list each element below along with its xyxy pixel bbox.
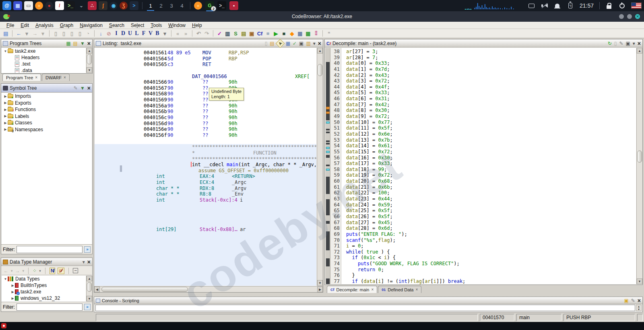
dtm-back-icon[interactable]: ← <box>4 268 8 274</box>
asm-line[interactable] <box>95 221 316 227</box>
letter-f-icon[interactable]: F <box>141 30 147 37</box>
battery-icon[interactable]: ϟ <box>567 2 574 9</box>
decompile-line[interactable]: if (0x1c < i) { <box>346 255 636 261</box>
decompile-line[interactable]: data[10] = 0x77; <box>346 120 636 126</box>
decompile-line[interactable]: data[15] = 0x72; <box>346 149 636 155</box>
nav-forward-icon[interactable]: → <box>31 30 38 37</box>
decompile-line[interactable]: data[22] = 100; <box>346 190 636 196</box>
program-tree-item--data[interactable]: .data <box>2 67 86 73</box>
validate-icon[interactable]: ✓ <box>216 30 223 37</box>
decompile-line[interactable]: return 0; <box>346 267 636 273</box>
program-tree-item-headers[interactable]: Headers <box>2 54 86 61</box>
asm-line[interactable]: 0040156790??90h <box>95 85 316 91</box>
asm-line[interactable]: 0040156148 89 e5MOVRBP,RSP <box>95 50 316 56</box>
menu-tools[interactable]: Tools <box>147 23 165 28</box>
symbol-tree-item-imports[interactable]: ▶▲Imports <box>2 93 92 100</box>
edit-pencil-icon[interactable]: ✎ <box>74 85 78 91</box>
asm-line[interactable]: char * *RDX:8_Argv <box>95 186 316 192</box>
nav-forward-caret-icon[interactable]: ▾ <box>39 30 46 37</box>
owasp-zap-icon[interactable]: Ʒ <box>120 2 128 10</box>
decompile-line[interactable]: data[28] = 0x6d; <box>346 225 636 231</box>
decompile-scrollbar[interactable]: ▲▼ <box>636 48 642 284</box>
asm-line[interactable]: int[29]Stack[-0x88]…ar <box>95 227 316 233</box>
asm-line[interactable]: intStack[-0xc]:4i <box>95 197 316 203</box>
asm-line[interactable]: ****************************************… <box>95 156 316 162</box>
symbol-tree-item-exports[interactable]: ▶Exports <box>2 100 92 107</box>
decompile-line[interactable]: data[19] = 0x72; <box>346 172 636 178</box>
undo-icon[interactable]: ↶ <box>195 30 202 37</box>
run-script-icon[interactable]: ▶ <box>272 30 279 37</box>
asm-line[interactable]: 00401565c3RET <box>95 62 316 68</box>
redpkg-window-icon[interactable]: ▪ <box>229 1 238 10</box>
letter-u-icon[interactable]: U <box>127 30 133 37</box>
diamond-tool-icon[interactable]: ◆ <box>289 30 295 37</box>
listing-view[interactable]: 0040156148 89 e5MOVRBP,RSP004015645dPOPR… <box>95 48 316 286</box>
expander-icon[interactable]: ▶ <box>3 108 8 111</box>
asm-line[interactable]: char * *R8:8_Env <box>95 191 316 197</box>
copy-icon[interactable]: ▯ <box>265 41 268 46</box>
asm-line[interactable] <box>95 209 316 215</box>
close-icon[interactable]: × <box>87 259 91 265</box>
decompile-line[interactable]: data[6] = 0x31; <box>346 96 636 102</box>
wireshark-icon[interactable]: ◉ <box>109 2 118 10</box>
table-view-icon[interactable]: ▦ <box>297 30 303 37</box>
expander-icon[interactable]: ▶ <box>3 114 8 118</box>
program-trees-scrollbar[interactable]: ▲▼ <box>86 48 92 73</box>
screen-share-icon[interactable] <box>528 2 535 9</box>
menu-search[interactable]: Search <box>106 23 128 28</box>
decompile-line[interactable]: data[26] = 0x5f; <box>346 214 636 220</box>
cherrytree-icon[interactable]: ● <box>45 2 53 10</box>
menu-help[interactable]: Help <box>189 23 205 28</box>
call-graph-icon[interactable]: ⁑ <box>313 30 320 37</box>
new-tree-icon[interactable]: ▦ <box>66 41 70 46</box>
program-tree-item--text[interactable]: .text <box>2 61 86 67</box>
firefox-window-icon[interactable]: ● <box>194 2 202 10</box>
decompile-line[interactable]: data[17] = 0x33; <box>346 161 636 167</box>
dtm-layout-icon[interactable]: ⁘ <box>33 268 37 274</box>
edit-pencil-icon[interactable]: ✎ <box>631 298 635 303</box>
asm-line[interactable]: 0040156990??90h <box>95 97 316 103</box>
workspace-3[interactable]: 3 <box>167 3 176 9</box>
decompile-line[interactable]: data[18] = 99; <box>346 167 636 173</box>
comment-icon[interactable]: “ <box>326 30 332 37</box>
data-type-item-windows-vs12-32[interactable]: ▶windows_vs12_32 <box>2 295 86 301</box>
menu-analysis[interactable]: Analysis <box>32 23 57 28</box>
tab-close-icon[interactable]: × <box>416 287 418 292</box>
decompile-line[interactable]: data[12] = 0x6e; <box>346 131 636 137</box>
decompile-line[interactable]: data[21] = 0x6b; <box>346 184 636 190</box>
filter-export-icon[interactable]: ▼ <box>80 85 85 91</box>
dtm-filter-arrays-icon[interactable]: N̸ <box>50 268 56 274</box>
edit-pencil-icon[interactable]: ✎ <box>619 41 623 46</box>
volume-muted-icon[interactable] <box>541 2 548 9</box>
file-manager-icon[interactable]: ▭ <box>24 1 33 10</box>
expander-icon[interactable]: ▶ <box>10 284 15 287</box>
asm-line[interactable]: 0040156d90??90h <box>95 121 316 127</box>
close-icon[interactable]: × <box>87 40 91 47</box>
tab-close-icon[interactable]: × <box>64 75 66 80</box>
listing-vertical-scrollbar[interactable]: ▲▼ <box>317 48 323 286</box>
edit-fields-icon[interactable]: ▦ <box>286 41 290 46</box>
symbol-tree-item-functions[interactable]: ▶fFunctions <box>2 106 92 113</box>
filter-funnel-icon[interactable]: » <box>84 246 91 253</box>
program-trees-tab-program-tree[interactable]: Program Tree× <box>2 74 41 81</box>
dtm-filter-input[interactable] <box>17 303 83 311</box>
vscode-icon[interactable]: > <box>130 1 138 10</box>
close-icon[interactable]: × <box>318 40 321 47</box>
program-tree-item-task2-exe[interactable]: ▼task2.exe <box>2 48 86 54</box>
symbol-tree-item-classes[interactable]: ▶CClasses <box>2 120 92 126</box>
notification-icon[interactable] <box>1 323 6 328</box>
decompile-line[interactable]: data[4] = 0x4f; <box>346 84 636 90</box>
copy-icon[interactable]: ▯ <box>614 41 617 46</box>
data-types-icon[interactable]: ▤ <box>240 30 247 37</box>
us-flag-keyboard-layout-icon[interactable] <box>631 2 642 9</box>
memory-in-icon[interactable]: « <box>174 30 181 37</box>
expander-icon[interactable]: ▼ <box>3 277 8 281</box>
decompile-line[interactable]: puts("GOOD WORK, FLAG IS CORRECT"); <box>346 261 636 267</box>
asm-line[interactable]: intEAX:4<RETURN> <box>95 173 316 179</box>
decompile-line[interactable]: data[27] = 0x45; <box>346 220 636 226</box>
decompile-view[interactable]: 3839404142434445464748495051525354555657… <box>325 48 636 284</box>
tab-close-icon[interactable]: × <box>371 287 374 292</box>
kali-menu-icon[interactable]: @ <box>2 1 11 10</box>
close-icon[interactable]: × <box>638 40 641 47</box>
symbol-tree-item-labels[interactable]: ▶●Labels <box>2 113 92 120</box>
